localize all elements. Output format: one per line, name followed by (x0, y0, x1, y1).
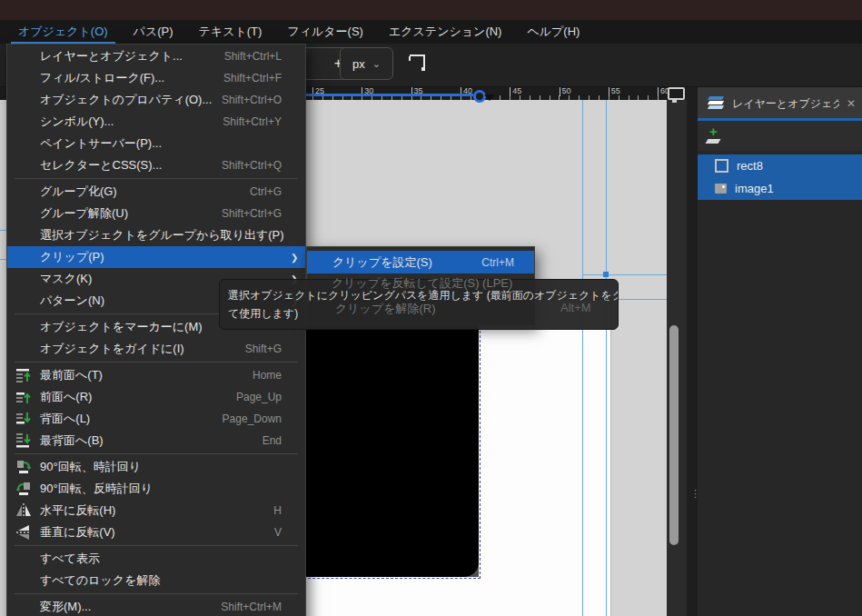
menu-item-lower-to-bottom[interactable]: 最背面へ(B)End (7, 430, 305, 452)
corner-tool-icon[interactable] (410, 55, 425, 70)
vertical-guide-1[interactable] (582, 100, 583, 616)
menubar-item-path[interactable]: パス(P) (124, 20, 183, 44)
menu-item-label: フィル/ストローク(F)... (40, 70, 164, 86)
menu-item-group[interactable]: グループ化(G)Ctrl+G (7, 181, 305, 203)
menubar-item-object[interactable]: オブジェクト(O) (9, 20, 117, 44)
menu-item-label: シンボル(Y)... (40, 114, 114, 130)
submenu-item-label: クリップを設定(S) (332, 254, 432, 271)
submenu-item-shortcut: Ctrl+M (481, 256, 514, 269)
menu-item-set-inverse-clip[interactable]: クリップを反転して設定(S) (LPE) (332, 275, 512, 292)
menu-item-rotate-90-cw[interactable]: 90°回転、時計回り (7, 456, 305, 478)
unit-dropdown[interactable]: px ⌄ (340, 47, 393, 80)
menu-item-label: 90°回転、反時計回り (40, 481, 153, 497)
menu-item-shortcut: Shift+Ctrl+G (222, 207, 282, 220)
menu-bar: オブジェクト(O)パス(P)テキスト(T)フィルター(S)エクステンション(N)… (0, 20, 862, 44)
menu-item-clip[interactable]: クリップ(P)❯ (7, 246, 305, 268)
menubar-item-help[interactable]: ヘルプ(H) (518, 20, 589, 44)
menu-item-release-clip[interactable]: クリップを解除(R) (335, 301, 436, 317)
menu-item-flip-vertical[interactable]: 垂直に反転(V)V (7, 522, 305, 543)
raise-icon (7, 389, 40, 405)
object-name: image1 (735, 182, 774, 195)
rect-icon (715, 159, 728, 173)
menu-item-rotate-90-ccw[interactable]: 90°回転、反時計回り (7, 478, 305, 500)
menu-item-selectors-css[interactable]: セレクターとCSS(S)...Shift+Ctrl+Q (7, 154, 305, 176)
menu-item-unlock-all[interactable]: すべてのロックを解除 (7, 570, 305, 591)
menu-item-label: レイヤーとオブジェクト... (40, 48, 183, 65)
menu-item-label: すべて表示 (40, 551, 100, 567)
menu-item-shortcut: End (263, 434, 282, 447)
menubar-item-extensions[interactable]: エクステンション(N) (380, 20, 510, 44)
inkscape-window: ⋮ レイヤーとオブジェクト(S) ✕ + rect8image1 − + px (0, 0, 862, 616)
splitter-handle-icon[interactable]: ⋮ (690, 491, 694, 497)
menu-item-object-properties[interactable]: オブジェクトのプロパティ(O)...Shift+Ctrl+O (7, 89, 305, 111)
menu-separator (15, 453, 298, 454)
menu-item-transform[interactable]: 変形(M)...Shift+Ctrl+M (7, 596, 305, 616)
unit-value: px (352, 57, 365, 71)
menu-item-label: オブジェクトをガイドに(I) (40, 341, 184, 357)
panel-close-icon[interactable]: ✕ (847, 97, 856, 110)
rotate-cw-icon (7, 459, 40, 475)
menu-item-ungroup[interactable]: グループ解除(U)Shift+Ctrl+G (7, 203, 305, 224)
menu-item-unhide-all[interactable]: すべて表示 (7, 548, 305, 570)
vertical-guide-2[interactable] (606, 100, 607, 616)
submenu-arrow-icon: ❯ (291, 253, 305, 263)
menu-item-label: 変形(M)... (40, 599, 91, 615)
menu-item-shortcut: Home (253, 369, 282, 382)
horizontal-guide-left-2 (0, 259, 6, 260)
menu-item-shortcut: Ctrl+G (250, 185, 282, 198)
menu-item-shortcut: Shift+Ctrl+L (224, 50, 282, 63)
menu-item-label: 最前面へ(T) (40, 367, 103, 383)
menu-item-label: 前面へ(R) (40, 389, 92, 405)
display-icon[interactable] (668, 87, 685, 100)
object-menu: レイヤーとオブジェクト...Shift+Ctrl+Lフィル/ストローク(F)..… (6, 44, 306, 616)
chevron-down-icon: ⌄ (372, 58, 381, 70)
menu-item-flip-horizontal[interactable]: 水平に反転(H)H (7, 500, 305, 522)
guide-anchor-dot[interactable] (603, 272, 609, 277)
image-icon (715, 184, 727, 194)
menu-item-fill-stroke[interactable]: フィル/ストローク(F)...Shift+Ctrl+F (7, 67, 305, 89)
menu-item-symbols[interactable]: シンボル(Y)...Shift+Ctrl+Y (7, 111, 305, 133)
menu-item-layers-and-objects[interactable]: レイヤーとオブジェクト...Shift+Ctrl+L (7, 45, 305, 67)
layers-objects-panel: レイヤーとオブジェクト(S) ✕ + rect8image1 (698, 86, 862, 616)
menu-item-pop-from-group[interactable]: 選択オブジェクトをグループから取り出す(P) (7, 224, 305, 246)
vertical-scrollbar-thumb[interactable] (669, 325, 679, 545)
object-name: rect8 (737, 159, 763, 173)
lower-to-bottom-icon (7, 432, 40, 449)
panel-tab-bar[interactable]: レイヤーとオブジェクト(S) ✕ (698, 86, 862, 121)
menu-item-label: グループ解除(U) (40, 205, 128, 222)
title-bar[interactable] (0, 0, 862, 20)
plus-icon: + (709, 124, 718, 139)
add-layer-button[interactable]: + (706, 126, 724, 144)
raise-to-top-icon (7, 367, 40, 383)
menu-separator (15, 178, 298, 179)
horizontal-guide-1[interactable] (583, 274, 667, 275)
menubar-item-filters[interactable]: フィルター(S) (278, 20, 372, 44)
menu-item-shortcut: Shift+G (245, 343, 282, 355)
menu-item-lower[interactable]: 背面へ(L)Page_Down (7, 408, 305, 430)
ruler-guide-line (306, 94, 473, 96)
menu-item-raise[interactable]: 前面へ(R)Page_Up (7, 386, 305, 408)
menu-item-label: 最背面へ(B) (40, 432, 104, 449)
menu-item-label: オブジェクトをマーカーに(M) (40, 319, 203, 335)
menu-item-shortcut: Shift+Ctrl+M (221, 601, 282, 613)
ruler-position-marker-icon (484, 94, 495, 101)
menu-item-objects-to-guides[interactable]: オブジェクトをガイドに(I)Shift+G (7, 338, 305, 360)
menu-item-shortcut: Shift+Ctrl+Y (223, 115, 282, 128)
panel-title: レイヤーとオブジェクト(S) (732, 96, 839, 112)
submenu-item-set-clip[interactable]: クリップを設定(S)Ctrl+M (307, 251, 534, 273)
menubar-item-text[interactable]: テキスト(T) (190, 20, 272, 44)
object-list-item-image1[interactable]: image1 (698, 177, 862, 200)
flip-vertical-icon (7, 524, 40, 541)
menu-item-shortcut: V (274, 526, 282, 539)
menu-item-paint-servers[interactable]: ペイントサーバー(P)... (7, 133, 305, 154)
menu-item-shortcut: Page_Up (236, 391, 282, 403)
object-list-item-rect8[interactable]: rect8 (698, 154, 862, 177)
ruler-number: 50 (560, 86, 571, 100)
menu-item-label: パターン(N) (40, 293, 104, 309)
menu-item-shortcut: Shift+Ctrl+Q (222, 159, 282, 172)
panel-splitter[interactable]: ⋮ (687, 86, 698, 616)
rotate-ccw-icon (7, 481, 40, 497)
menu-item-raise-to-top[interactable]: 最前面へ(T)Home (7, 364, 305, 386)
menu-item-label: 90°回転、時計回り (40, 459, 141, 475)
menu-separator (15, 545, 298, 546)
